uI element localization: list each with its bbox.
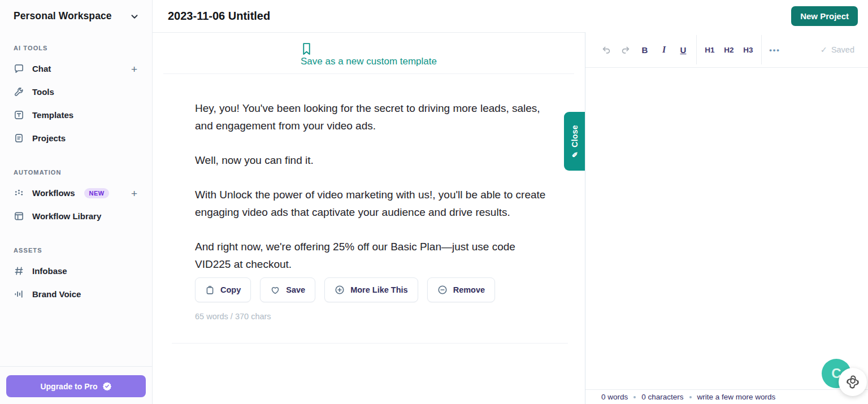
- write-more-hint: write a few more words: [697, 393, 776, 401]
- sidebar-item-label: Projects: [32, 133, 66, 143]
- bold-button[interactable]: B: [635, 41, 654, 58]
- paragraph: With Unlock the power of video marketing…: [195, 186, 551, 221]
- save-template-link[interactable]: Save as a new custom template: [301, 42, 437, 67]
- section-automation: AUTOMATION: [0, 169, 152, 176]
- header: 2023-11-06 Untitled New Project: [153, 0, 868, 32]
- dot-separator: [633, 396, 636, 398]
- bookmark-icon: [301, 42, 313, 55]
- section-assets: ASSETS: [0, 247, 152, 254]
- h3-button[interactable]: H3: [739, 41, 758, 58]
- dots-grid-icon: [14, 188, 24, 198]
- sidebar-item-label: Brand Voice: [32, 289, 81, 299]
- editor-panel: B I U H1 H2 H3 ••• ✓ Saved 0 word: [585, 32, 868, 404]
- more-like-this-button[interactable]: More Like This: [324, 277, 418, 302]
- saved-status: ✓ Saved: [821, 45, 859, 54]
- sidebar-item-tools[interactable]: Tools: [0, 80, 152, 103]
- pencil-icon: ✎: [570, 151, 579, 158]
- clipboard-icon: [205, 285, 215, 295]
- chevron-down-icon: [129, 11, 140, 21]
- upgrade-to-pro-button[interactable]: Upgrade to Pro: [6, 375, 146, 397]
- words-counter: 0 words: [601, 393, 628, 401]
- sidebar-item-workflow-library[interactable]: Workflow Library: [0, 205, 152, 228]
- editor-text-area[interactable]: [585, 68, 868, 389]
- toolbar-divider: [696, 35, 697, 64]
- copy-label: Copy: [220, 285, 241, 294]
- underline-button[interactable]: U: [674, 41, 693, 58]
- hash-icon: [14, 266, 24, 276]
- close-tab-label: Close: [570, 125, 579, 147]
- characters-counter: 0 characters: [641, 393, 683, 401]
- editor-toolbar: B I U H1 H2 H3 ••• ✓ Saved: [585, 32, 868, 68]
- save-label: Save: [286, 285, 305, 294]
- wrench-icon: [14, 86, 24, 97]
- undo-button[interactable]: [597, 41, 616, 58]
- save-button[interactable]: Save: [260, 277, 315, 302]
- save-template-label: Save as a new custom template: [301, 56, 437, 67]
- add-workflow-button[interactable]: +: [131, 188, 137, 198]
- saved-label: Saved: [831, 45, 854, 54]
- sidebar-footer: Upgrade to Pro: [0, 366, 152, 404]
- section-ai-tools: AI TOOLS: [0, 45, 152, 51]
- sidebar: Personal Workspace AI TOOLS Chat + Tools…: [0, 0, 153, 404]
- paragraph: And right now, we're offering 25% off ou…: [195, 238, 551, 273]
- minus-circle-icon: [437, 285, 448, 295]
- workspace-name: Personal Workspace: [14, 10, 112, 22]
- paragraph: Well, now you can find it.: [195, 151, 551, 169]
- chatgpt-widget-button[interactable]: [839, 368, 867, 396]
- divider: [172, 343, 568, 344]
- remove-button[interactable]: Remove: [427, 277, 495, 302]
- paragraph: Hey, you! You've been looking for the se…: [195, 99, 551, 134]
- copy-button[interactable]: Copy: [195, 277, 251, 302]
- sidebar-item-brand-voice[interactable]: Brand Voice: [0, 283, 152, 306]
- sidebar-item-label: Workflows: [32, 188, 75, 198]
- heart-icon: [270, 285, 280, 295]
- app-root: Personal Workspace AI TOOLS Chat + Tools…: [0, 0, 868, 404]
- remove-label: Remove: [453, 285, 485, 294]
- word-count: 65 words / 370 chars: [153, 302, 585, 321]
- floating-widgets: C: [822, 359, 862, 396]
- document-icon: [14, 133, 24, 144]
- content-row: Save as a new custom template Hey, you! …: [153, 32, 868, 404]
- redo-button[interactable]: [616, 41, 635, 58]
- main-area: 2023-11-06 Untitled New Project Save as …: [153, 0, 868, 404]
- new-badge: NEW: [84, 188, 110, 198]
- sidebar-item-infobase[interactable]: Infobase: [0, 259, 152, 283]
- add-chat-button[interactable]: +: [131, 63, 137, 74]
- sidebar-item-label: Tools: [32, 87, 54, 97]
- dot-separator: [689, 396, 692, 398]
- template-icon: [14, 110, 24, 120]
- toolbar-divider: [761, 35, 762, 64]
- equalizer-icon: [14, 289, 24, 299]
- upgrade-label: Upgrade to Pro: [40, 382, 97, 391]
- more-like-this-label: More Like This: [350, 285, 408, 294]
- openai-logo-icon: [844, 373, 861, 390]
- sidebar-item-label: Chat: [32, 64, 51, 73]
- h1-button[interactable]: H1: [700, 41, 719, 58]
- check-icon: ✓: [821, 45, 827, 54]
- new-project-button[interactable]: New Project: [791, 6, 858, 26]
- sidebar-item-label: Templates: [32, 110, 73, 120]
- sidebar-item-label: Infobase: [32, 266, 67, 276]
- output-actions: Copy Save More Like This: [153, 273, 585, 302]
- sidebar-item-templates[interactable]: Templates: [0, 103, 152, 127]
- sidebar-item-projects[interactable]: Projects: [0, 127, 152, 150]
- plus-circle-icon: [335, 285, 345, 295]
- h2-button[interactable]: H2: [719, 41, 739, 58]
- more-options-button[interactable]: •••: [765, 41, 784, 58]
- verified-badge-icon: [102, 381, 112, 391]
- output-panel: Save as a new custom template Hey, you! …: [153, 32, 585, 404]
- workspace-switcher[interactable]: Personal Workspace: [0, 0, 152, 25]
- chat-icon: [14, 63, 24, 74]
- document-title[interactable]: 2023-11-06 Untitled: [168, 10, 270, 23]
- close-editor-tab[interactable]: ✎ Close: [564, 112, 585, 171]
- sidebar-item-workflows[interactable]: Workflows NEW +: [0, 181, 152, 205]
- generated-copy: Hey, you! You've been looking for the se…: [153, 74, 585, 273]
- sidebar-item-label: Workflow Library: [32, 211, 101, 221]
- italic-button[interactable]: I: [654, 41, 674, 58]
- layout-icon: [14, 211, 24, 221]
- sidebar-item-chat[interactable]: Chat +: [0, 57, 152, 80]
- template-block: Save as a new custom template: [153, 33, 585, 67]
